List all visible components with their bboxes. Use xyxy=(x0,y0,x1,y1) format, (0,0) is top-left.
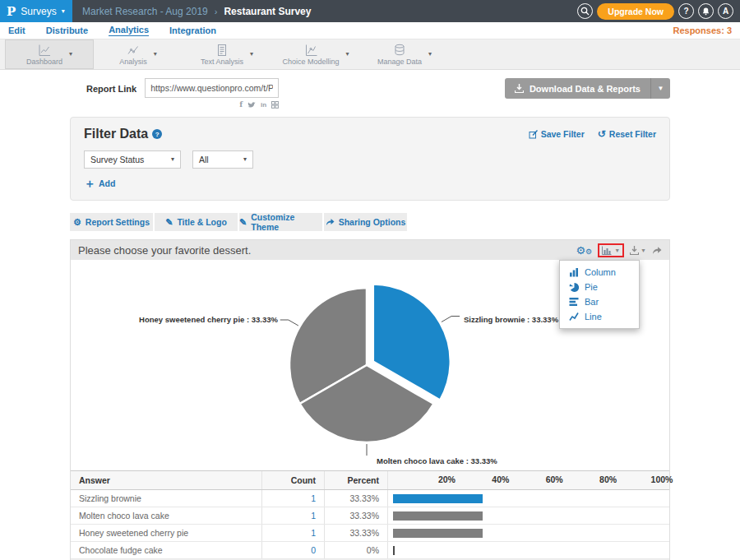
breadcrumb: Market Research - Aug 2019 › Restaurant … xyxy=(82,6,311,17)
percent-cell: 33.33% xyxy=(325,525,388,541)
top-navbar: P Surveys ▾ Market Research - Aug 2019 ›… xyxy=(0,0,740,22)
analysis-icon xyxy=(127,44,140,57)
chevron-down-icon: ▼ xyxy=(614,248,620,253)
axis-tick-40: 40% xyxy=(492,474,509,484)
tab-sharing-options[interactable]: Sharing Options xyxy=(324,213,407,231)
chevron-down-icon: ▼ xyxy=(641,248,646,253)
download-data-reports-button[interactable]: Download Data & Reports xyxy=(505,78,650,99)
toolbar-item-dashboard[interactable]: Dashboard ▾ xyxy=(5,39,94,69)
toolbar-item-choice-modelling[interactable]: Choice Modelling ▾ xyxy=(271,39,360,69)
filter-value-dropdown[interactable]: All ▾ xyxy=(192,150,253,169)
bell-icon xyxy=(701,7,710,16)
download-options-caret[interactable]: ▼ xyxy=(650,78,670,99)
result-bar xyxy=(393,529,483,538)
reset-icon: ↺ xyxy=(598,129,606,139)
account-avatar[interactable]: A xyxy=(718,3,733,19)
result-bar xyxy=(393,511,483,521)
table-row: Sizzling brownie 1 33.33% xyxy=(71,490,669,507)
text-analysis-icon xyxy=(215,44,229,57)
question-title: Please choose your favorite dessert. xyxy=(78,244,251,257)
nav-item-integration[interactable]: Integration xyxy=(169,25,216,35)
edit-square-icon xyxy=(529,130,538,139)
tab-report-settings[interactable]: ⚙ Report Settings xyxy=(70,213,153,231)
share-arrow-icon xyxy=(326,218,335,226)
facebook-icon[interactable]: f xyxy=(239,101,243,109)
bar-axis-header: 20% 40% 60% 80% 100% xyxy=(388,471,669,489)
report-tabs: ⚙ Report Settings ✎ Title & Logo ✎ Custo… xyxy=(70,213,670,231)
column-chart-icon xyxy=(569,267,579,277)
answer-cell: Chocolate fudge cake xyxy=(71,542,262,558)
share-icon[interactable] xyxy=(652,246,662,255)
axis-tick-60: 60% xyxy=(546,474,563,484)
tab-title-logo[interactable]: ✎ Title & Logo xyxy=(155,213,238,231)
nav-item-analytics[interactable]: Analytics xyxy=(109,25,149,36)
save-filter-button[interactable]: Save Filter xyxy=(529,129,585,139)
menu-item-column[interactable]: Column xyxy=(560,265,639,280)
toolbar-item-text-analysis[interactable]: Text Analysis ▾ xyxy=(183,39,271,69)
breadcrumb-current: Restaurant Survey xyxy=(224,6,311,17)
reset-filter-button[interactable]: ↺ Reset Filter xyxy=(598,129,656,139)
filter-data-panel: Filter Data ? Save Filter ↺ Reset Filter… xyxy=(70,117,670,201)
plus-icon: ＋ xyxy=(84,178,95,189)
toolbar-item-manage-data[interactable]: Manage Data ▾ xyxy=(360,39,449,69)
upgrade-now-button[interactable]: Upgrade Now xyxy=(597,3,674,20)
filter-field-dropdown[interactable]: Survey Status ▾ xyxy=(84,150,181,169)
help-button[interactable]: ? xyxy=(678,3,694,19)
percent-cell: 0% xyxy=(325,542,388,558)
filter-data-title: Filter Data xyxy=(84,127,148,141)
count-link[interactable]: 1 xyxy=(311,511,316,521)
pencil-icon: ✎ xyxy=(239,217,247,228)
count-link[interactable]: 1 xyxy=(311,528,316,538)
chevron-down-icon: ▾ xyxy=(428,51,432,58)
pie-leader-line xyxy=(442,317,460,322)
question-mark-icon: ? xyxy=(683,7,688,16)
nav-item-edit[interactable]: Edit xyxy=(8,25,25,35)
answer-cell: Sizzling brownie xyxy=(71,490,262,507)
toolbar-item-analysis[interactable]: Analysis ▾ xyxy=(94,39,183,69)
count-link[interactable]: 1 xyxy=(311,493,316,503)
survey-nav: Edit Distribute Analytics Integration Re… xyxy=(0,22,740,39)
horizontal-bar-chart-icon xyxy=(569,297,579,307)
choice-modelling-icon xyxy=(304,44,317,57)
answer-cell: Molten choco lava cake xyxy=(71,507,262,524)
breadcrumb-parent[interactable]: Market Research - Aug 2019 xyxy=(82,6,208,17)
embed-grid-icon[interactable] xyxy=(271,101,279,109)
chevron-down-icon: ▾ xyxy=(346,51,349,58)
col-header-percent: Percent xyxy=(325,471,388,489)
notifications-button[interactable] xyxy=(698,3,714,19)
result-bar xyxy=(393,494,483,503)
chart-type-button-highlighted[interactable]: ▼ xyxy=(598,243,624,257)
filter-help-icon[interactable]: ? xyxy=(152,129,162,139)
axis-tick-80: 80% xyxy=(599,474,617,484)
gears-icon: ⚙ xyxy=(73,217,81,228)
axis-tick-100: 100% xyxy=(651,474,673,484)
chart-download-button[interactable]: ▼ xyxy=(630,246,646,255)
surveys-menu[interactable]: P Surveys ▾ xyxy=(0,0,72,22)
col-header-answer: Answer xyxy=(71,471,262,489)
result-bar xyxy=(393,546,395,555)
report-link-input[interactable] xyxy=(145,78,279,98)
chart-settings-gears-icon[interactable]: ⚙⚙ xyxy=(576,245,592,256)
chevron-down-icon: ▾ xyxy=(250,51,253,58)
menu-item-pie[interactable]: Pie xyxy=(560,280,639,294)
results-table: Answer Count Percent 20% 40% 60% 80% 100… xyxy=(71,470,669,560)
nav-item-distribute[interactable]: Distribute xyxy=(46,25,88,35)
avatar-letter: A xyxy=(723,7,728,16)
table-row: Honey sweetened cherry pie 1 33.33% xyxy=(71,525,669,542)
download-icon xyxy=(630,246,639,255)
search-button[interactable] xyxy=(577,3,593,19)
tab-customize-theme[interactable]: ✎ Customize Theme xyxy=(239,213,322,231)
table-row: Molten choco lava cake 1 33.33% xyxy=(71,507,669,525)
chevron-down-icon: ▾ xyxy=(171,156,174,163)
product-label: Surveys xyxy=(21,6,56,17)
responses-count[interactable]: Responses: 3 xyxy=(673,25,732,35)
pie-leader-line xyxy=(280,320,298,326)
twitter-icon[interactable] xyxy=(247,101,256,109)
pie-label-molten-choco-lava-cake: Molten choco lava cake : 33.33% xyxy=(377,456,497,465)
percent-cell: 33.33% xyxy=(325,490,388,507)
count-link[interactable]: 0 xyxy=(311,545,316,555)
linkedin-icon[interactable]: in xyxy=(261,102,266,109)
menu-item-bar[interactable]: Bar xyxy=(560,294,639,309)
menu-item-line[interactable]: Line xyxy=(560,309,639,324)
add-filter-button[interactable]: ＋ Add xyxy=(84,178,656,189)
